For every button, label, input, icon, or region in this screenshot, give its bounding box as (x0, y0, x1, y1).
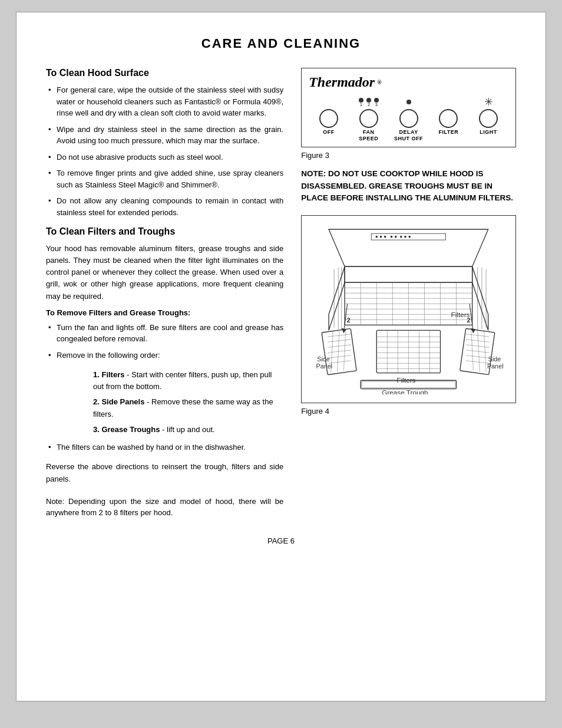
knob-off (319, 109, 338, 128)
knob-filter (439, 109, 458, 128)
dot (374, 98, 379, 103)
svg-point-6 (391, 236, 393, 238)
item-label: 3. Grease Troughs (93, 425, 160, 434)
final-bullet-list: The filters can be washed by hand or in … (46, 442, 283, 453)
hood-diagram-svg: 2 2 Filters Side Panel Side Panel (308, 224, 510, 394)
control-off: OFF (314, 97, 343, 136)
hood-bullet-list: For general care, wipe the outside of th… (46, 84, 283, 218)
sub-bullet-list: Turn the fan and lights off. Be sure fil… (46, 322, 283, 361)
brand-registered: ® (377, 79, 381, 85)
item-label: 1. Filters (93, 370, 124, 379)
left-column: To Clean Hood Surface For general care, … (46, 68, 283, 519)
section-heading-hood: To Clean Hood Surface (46, 68, 283, 78)
svg-point-5 (384, 236, 386, 238)
list-item: Do not allow any cleaning compounds to r… (46, 195, 283, 218)
list-item: Do not use abrasive products such as ste… (46, 151, 283, 163)
sun-icon: ✳ (484, 95, 493, 108)
note-box: NOTE: DO NOT USE COOKTOP WHILE HOOD IS D… (301, 168, 516, 205)
sub-heading-remove: To Remove Filters and Grease Troughs: (46, 308, 283, 317)
ordered-items-list: 1. Filters - Start with center filters, … (46, 369, 283, 436)
list-item: Wipe and dry stainless steel in the same… (46, 124, 283, 147)
control-filter: FILTER (434, 97, 463, 136)
knob-fan-speed (359, 109, 378, 128)
svg-marker-15 (472, 267, 488, 331)
dot (366, 98, 371, 103)
dot-row: 1 2 3 (359, 97, 379, 107)
knob-delay-shut-off (399, 109, 418, 128)
bottom-note: Note: Depending upon the size and model … (46, 496, 283, 519)
list-item: 3. Grease Troughs - lift up and out. (46, 424, 283, 436)
svg-point-10 (409, 236, 411, 238)
svg-text:2: 2 (347, 317, 351, 324)
svg-marker-0 (329, 229, 488, 266)
svg-point-4 (380, 236, 382, 238)
svg-rect-1 (345, 267, 472, 283)
list-item: 2. Side Panels - Remove these the same w… (46, 396, 283, 420)
list-item: The filters can be washed by hand or in … (46, 442, 283, 453)
item-text: - lift up and out. (160, 425, 214, 434)
page: CARE AND CLEANING To Clean Hood Surface … (16, 12, 546, 701)
control-row: OFF 1 (309, 95, 508, 142)
svg-point-3 (376, 236, 378, 238)
svg-text:Filters: Filters (397, 376, 416, 384)
two-col-layout: To Clean Hood Surface For general care, … (46, 68, 516, 519)
dot-row: ✳ (484, 97, 493, 107)
right-column: Thermador® OFF (301, 68, 516, 519)
svg-text:Filters: Filters (451, 311, 470, 318)
svg-point-9 (404, 236, 406, 238)
control-panel-figure: Thermador® OFF (301, 68, 516, 147)
svg-text:Panel: Panel (316, 363, 333, 370)
svg-text:Panel: Panel (487, 363, 504, 370)
ctrl-label-fan-speed: FANSPEED (359, 129, 378, 142)
dot (406, 100, 411, 104)
section-heading-filters: To Clean Filters and Troughs (46, 226, 283, 237)
svg-text:Side: Side (317, 355, 330, 363)
svg-point-8 (400, 236, 402, 238)
control-fan-speed: 1 2 3 (354, 97, 384, 142)
control-light: ✳ LIGHT (474, 97, 503, 136)
figure4-caption: Figure 4 (301, 407, 516, 416)
reverse-text: Reverse the above directions to reinsert… (46, 461, 283, 485)
svg-point-7 (395, 236, 397, 238)
ctrl-label-light: LIGHT (480, 129, 497, 136)
hood-diagram-figure: 2 2 Filters Side Panel Side Panel (301, 215, 516, 403)
item-label: 2. Side Panels (93, 397, 144, 406)
list-item: To remove finger prints and give added s… (46, 167, 283, 190)
svg-marker-11 (329, 267, 345, 331)
svg-text:Grease Trough: Grease Trough (382, 389, 428, 394)
control-delay-shut-off: DELAYSHUT OFF (394, 97, 424, 142)
filters-body-text: Your hood has removable aluminum filters… (46, 243, 283, 302)
dot-row (406, 97, 411, 107)
ctrl-label-off: OFF (323, 129, 335, 136)
figure3-caption: Figure 3 (301, 151, 516, 160)
list-item: For general care, wipe the outside of th… (46, 84, 283, 119)
ctrl-label-delay-shut-off: DELAYSHUT OFF (394, 129, 423, 142)
list-item: 1. Filters - Start with center filters, … (46, 369, 283, 393)
svg-text:Side: Side (488, 355, 501, 363)
knob-light (479, 109, 498, 128)
thermador-brand: Thermador® (309, 74, 508, 90)
ctrl-label-filter: FILTER (438, 129, 458, 136)
page-number: PAGE 6 (46, 536, 516, 545)
dot (359, 98, 363, 103)
list-item: Remove in the following order: (46, 350, 283, 361)
list-item: Turn the fan and lights off. Be sure fil… (46, 322, 283, 345)
page-title: CARE AND CLEANING (46, 36, 516, 51)
brand-name: Thermador (309, 74, 375, 90)
